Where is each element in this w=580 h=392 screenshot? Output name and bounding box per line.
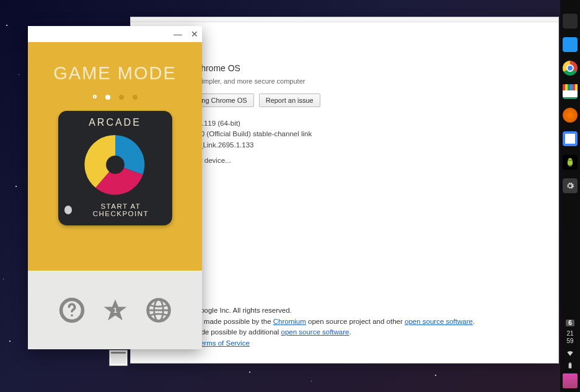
game-bottom-bar: 1 (28, 271, 202, 349)
shelf-app-android[interactable] (563, 155, 578, 170)
user-avatar[interactable] (563, 373, 578, 388)
shelf-app-chrome[interactable] (563, 61, 578, 76)
t: . (349, 328, 351, 336)
report-issue-button[interactable]: Report an issue (259, 94, 320, 107)
t: . (473, 318, 475, 325)
shelf-app-orange[interactable] (563, 108, 578, 123)
shelf-app-terminal[interactable] (563, 14, 578, 28)
help-circle-icon[interactable] (58, 296, 86, 324)
product-tagline: The faster, simpler, and more secure com… (164, 77, 545, 85)
svg-text:1: 1 (113, 306, 116, 313)
shelf-app-docs[interactable] (563, 131, 578, 146)
platform-text: Platform 5978.80.0 (Official Build) stab… (144, 129, 545, 139)
copyright-text: Copyright 2014 Google Inc. All rights re… (144, 305, 545, 316)
clock[interactable]: 21 59 (566, 330, 573, 345)
svg-point-0 (106, 155, 125, 174)
tos-link[interactable]: Terms of Service (196, 339, 250, 347)
game-window: — ✕ GAME MODE ARCADE START AT CHECKPO (28, 26, 202, 349)
version-text: Version 37.0.2062.119 (64-bit) (144, 118, 545, 129)
tos-line: Google Chrome Terms of Service (144, 338, 545, 349)
svg-point-2 (71, 314, 73, 316)
thumbnail-preview (111, 352, 126, 364)
carousel-dot[interactable] (93, 95, 97, 98)
firmware-text: Firmware Google_Link.2695.1.133 (144, 140, 545, 150)
shelf-app-webstore[interactable] (563, 84, 578, 99)
carousel-dot[interactable] (119, 95, 124, 100)
chrome-oss-line: Google Chrome is made possible by the Ch… (144, 316, 545, 328)
star-badge-icon[interactable]: 1 (101, 296, 130, 324)
game-main-panel: GAME MODE ARCADE START AT CHECKPOINT (28, 42, 202, 271)
game-mode-title: GAME MODE (28, 42, 202, 84)
wifi-icon (566, 349, 574, 357)
minimize-button[interactable]: — (174, 30, 182, 38)
update-percent: 100% (144, 166, 545, 176)
overview-thumbnail[interactable] (109, 350, 128, 366)
carousel-dot[interactable] (133, 95, 138, 100)
notification-count-badge[interactable]: 6 (566, 320, 574, 326)
globe-icon[interactable] (144, 296, 173, 324)
svg-rect-8 (569, 364, 572, 368)
color-wheel-icon (82, 132, 148, 198)
shelf-app-settings[interactable] (563, 178, 578, 193)
game-titlebar: — ✕ (28, 26, 202, 42)
arcade-card[interactable]: ARCADE START AT CHECKPOINT (58, 111, 172, 225)
start-checkpoint-label: START AT CHECKPOINT (76, 203, 165, 217)
clock-hour: 21 (566, 330, 573, 338)
page-title: About (144, 35, 545, 49)
svg-rect-9 (569, 362, 571, 363)
oss-link[interactable]: open source software (405, 318, 473, 325)
chromium-link[interactable]: Chromium (273, 318, 306, 325)
shelf: 6 21 59 (560, 0, 580, 392)
carousel-dots[interactable] (28, 95, 202, 100)
arcade-title: ARCADE (64, 117, 166, 128)
t: open source project and other (306, 318, 405, 325)
chromeos-oss-line: Chrome OS is made possible by additional… (144, 327, 545, 338)
clock-minute: 59 (566, 338, 573, 345)
shelf-app-files[interactable] (563, 37, 578, 52)
oss-link-2[interactable]: open source software (281, 328, 349, 336)
close-button[interactable]: ✕ (191, 30, 198, 38)
about-window-chrome (131, 17, 558, 22)
status-tray[interactable]: 6 21 59 (560, 320, 580, 392)
battery-icon (566, 361, 574, 370)
footer-product: Google Chrome (144, 294, 545, 305)
carousel-dot[interactable] (105, 95, 110, 100)
checkpoint-dot-icon (64, 206, 72, 214)
